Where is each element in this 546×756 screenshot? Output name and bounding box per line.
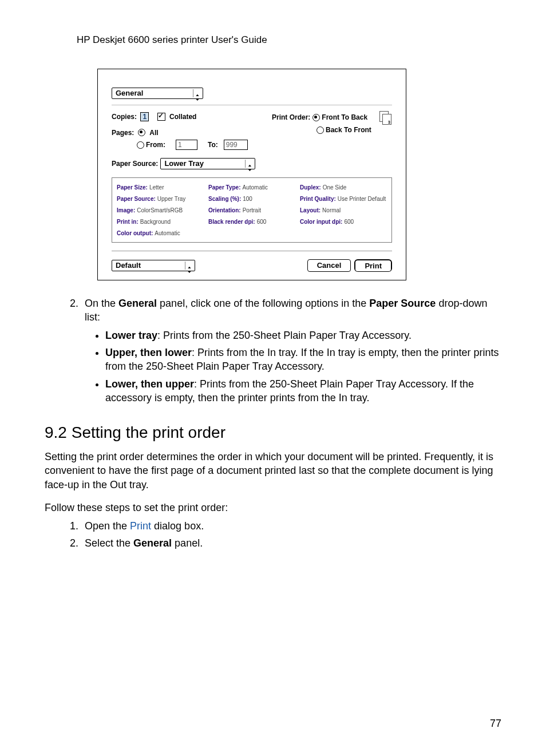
copies-input[interactable]: 1 <box>140 112 149 121</box>
back-to-front-label: Back To Front <box>326 126 371 134</box>
sum-black-dpi-v: 600 <box>257 219 267 225</box>
sum-print-quality-v: Use Printer Default <box>338 196 386 202</box>
sum-print-in-l: Print in: <box>117 219 139 225</box>
t-bold: Upper, then lower <box>105 347 192 358</box>
preset-select[interactable]: Default ▲▼ <box>112 260 195 271</box>
pages-label: Pages: <box>112 129 134 137</box>
pages-all-radio[interactable] <box>138 129 145 136</box>
print-button-wrap[interactable]: Print <box>354 259 392 272</box>
t-bold: General <box>133 537 172 549</box>
t: panel. <box>172 537 203 549</box>
collated-checkbox[interactable] <box>157 113 165 121</box>
print-button[interactable]: Print <box>355 261 391 271</box>
paragraph: Setting the print order determines the o… <box>45 450 501 491</box>
section-heading: 9.2 Setting the print order <box>45 422 501 444</box>
option-lower-tray: Lower tray: Prints from the 250-Sheet Pl… <box>105 328 501 342</box>
t: On the <box>85 298 118 309</box>
option-lower-then-upper: Lower, then upper: Prints from the 250-S… <box>105 377 501 405</box>
pages-from-radio[interactable] <box>137 141 144 149</box>
sum-image-v: ColorSmart/sRGB <box>137 207 183 213</box>
sum-scaling-v: 100 <box>243 196 252 202</box>
sum-color-dpi-v: 600 <box>344 219 354 225</box>
sum-duplex-l: Duplex: <box>300 184 321 191</box>
sum-color-output-v: Automatic <box>155 230 180 236</box>
paragraph: Follow these steps to set the print orde… <box>45 501 501 514</box>
sum-paper-type-l: Paper Type: <box>208 184 241 191</box>
t-bold: Lower, then upper <box>105 378 194 390</box>
sum-print-quality-l: Print Quality: <box>300 196 336 202</box>
t: Select the <box>85 537 133 549</box>
page-order-icon: 1 3 <box>379 111 392 124</box>
sum-paper-type-v: Automatic <box>243 184 268 191</box>
pages-from-label: From: <box>146 141 165 149</box>
step-2-select-general: Select the General panel. <box>81 536 501 550</box>
sum-layout-v: Normal <box>322 207 341 213</box>
front-to-back-label: Front To Back <box>322 113 367 121</box>
print-order-label: Print Order: <box>272 113 310 121</box>
sum-layout-l: Layout: <box>300 207 321 213</box>
sum-image-l: Image: <box>117 207 135 213</box>
dropdown-arrows-icon: ▲▼ <box>185 262 193 270</box>
t: : Prints from the 250-Sheet Plain Paper … <box>157 330 412 341</box>
print-dialog: General ▲▼ Copies: 1 Collated Pages: All <box>97 69 406 280</box>
sum-color-output-l: Color output: <box>117 230 153 236</box>
sum-print-in-v: Background <box>140 219 171 225</box>
copies-label: Copies: <box>112 113 137 121</box>
pages-all-label: All <box>149 129 158 137</box>
settings-summary: Paper Size:Letter Paper Type:Automatic D… <box>112 177 392 243</box>
paper-source-select[interactable]: Lower Tray ▲▼ <box>160 158 255 169</box>
t: Open the <box>85 520 130 532</box>
back-to-front-radio[interactable] <box>316 126 324 134</box>
sum-color-dpi-l: Color input dpi: <box>300 219 342 225</box>
paper-source-value: Lower Tray <box>164 159 204 168</box>
sum-orientation-v: Portrait <box>243 207 261 213</box>
step-2: On the General panel, click one of the f… <box>81 296 501 405</box>
pages-to-input[interactable]: 999 <box>224 140 248 150</box>
t-bold: Paper Source <box>369 298 436 309</box>
panel-select[interactable]: General ▲▼ <box>112 88 203 99</box>
sum-duplex-v: One Side <box>323 184 347 191</box>
preset-value: Default <box>116 261 141 270</box>
t: panel, click one of the following option… <box>157 298 369 309</box>
option-upper-then-lower: Upper, then lower: Prints from the In tr… <box>105 346 501 373</box>
sum-scaling-l: Scaling (%): <box>208 196 241 202</box>
panel-select-value: General <box>116 89 143 97</box>
sum-black-dpi-l: Black render dpi: <box>208 219 255 225</box>
sum-orientation-l: Orientation: <box>208 207 241 213</box>
t-bold: Lower tray <box>105 330 157 341</box>
page-header: HP Deskjet 6600 series printer User's Gu… <box>77 34 501 46</box>
step-1-open-print: Open the Print dialog box. <box>81 519 501 533</box>
cancel-button[interactable]: Cancel <box>307 259 351 272</box>
dropdown-arrows-icon: ▲▼ <box>193 89 201 97</box>
collated-label: Collated <box>169 113 196 121</box>
sum-paper-source-v: Upper Tray <box>157 196 185 202</box>
sum-paper-source-l: Paper Source: <box>117 196 156 202</box>
page-number: 77 <box>490 718 501 730</box>
pages-to-label: To: <box>208 141 218 149</box>
t-bold: General <box>118 298 157 309</box>
sum-paper-size-l: Paper Size: <box>117 184 148 191</box>
t: dialog box. <box>151 520 204 532</box>
print-link[interactable]: Print <box>130 520 151 532</box>
paper-source-label: Paper Source: <box>112 160 158 168</box>
pages-from-input[interactable]: 1 <box>176 140 197 150</box>
dropdown-arrows-icon: ▲▼ <box>245 160 254 168</box>
sum-paper-size-v: Letter <box>149 184 164 191</box>
front-to-back-radio[interactable] <box>312 114 320 121</box>
